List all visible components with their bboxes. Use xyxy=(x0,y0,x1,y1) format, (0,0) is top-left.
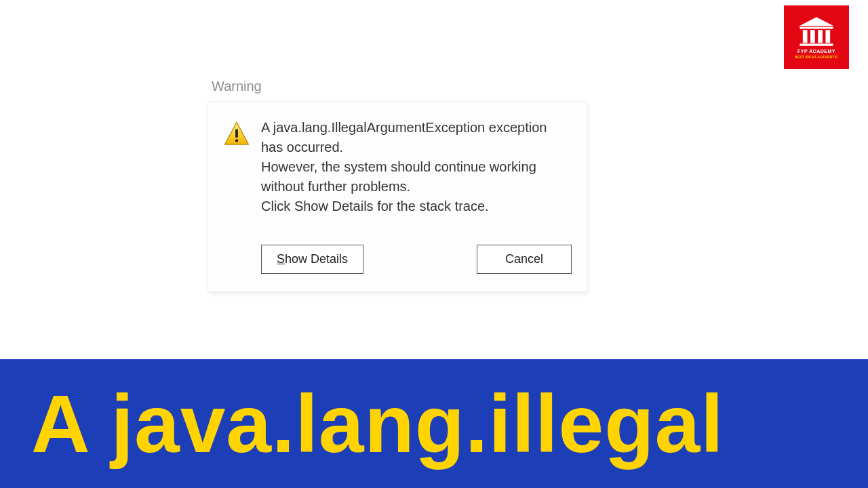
svg-rect-5 xyxy=(825,30,830,43)
dialog-message-line3: Click Show Details for the stack trace. xyxy=(261,199,489,214)
svg-rect-4 xyxy=(818,30,823,43)
academy-building-icon xyxy=(797,16,835,47)
svg-rect-2 xyxy=(803,30,808,43)
show-details-button[interactable]: Show Details xyxy=(261,245,363,274)
title-banner-text: A java.lang.illegal xyxy=(31,383,724,464)
svg-rect-1 xyxy=(800,26,833,28)
svg-rect-6 xyxy=(800,43,833,45)
svg-point-9 xyxy=(235,139,238,142)
title-banner: A java.lang.illegal xyxy=(0,359,868,488)
dialog-message-line2: However, the system should continue work… xyxy=(261,159,536,194)
svg-marker-0 xyxy=(799,17,834,26)
brand-logo: FYP ACADEMY BEST IDEAS AUTHENTIC xyxy=(784,5,849,69)
dialog-message: A java.lang.IllegalArgumentException exc… xyxy=(261,118,572,216)
warning-dialog: Warning A java.lang.IllegalArgumentExcep xyxy=(208,75,587,292)
show-details-mnemonic: S xyxy=(277,252,285,266)
warning-icon xyxy=(223,121,250,148)
dialog-body: A java.lang.IllegalArgumentException exc… xyxy=(208,101,587,292)
dialog-message-line1: A java.lang.IllegalArgumentException exc… xyxy=(261,120,547,155)
screenshot-stage: FYP ACADEMY BEST IDEAS AUTHENTIC Warning xyxy=(0,0,868,488)
svg-rect-3 xyxy=(810,30,815,43)
svg-rect-8 xyxy=(235,129,238,138)
brand-logo-subtitle: BEST IDEAS AUTHENTIC xyxy=(795,55,838,59)
dialog-button-row: Show Details Cancel xyxy=(223,245,572,274)
show-details-rest: how Details xyxy=(285,252,348,266)
brand-logo-title: FYP ACADEMY xyxy=(797,49,835,54)
dialog-title: Warning xyxy=(208,75,587,101)
cancel-button[interactable]: Cancel xyxy=(477,245,572,274)
